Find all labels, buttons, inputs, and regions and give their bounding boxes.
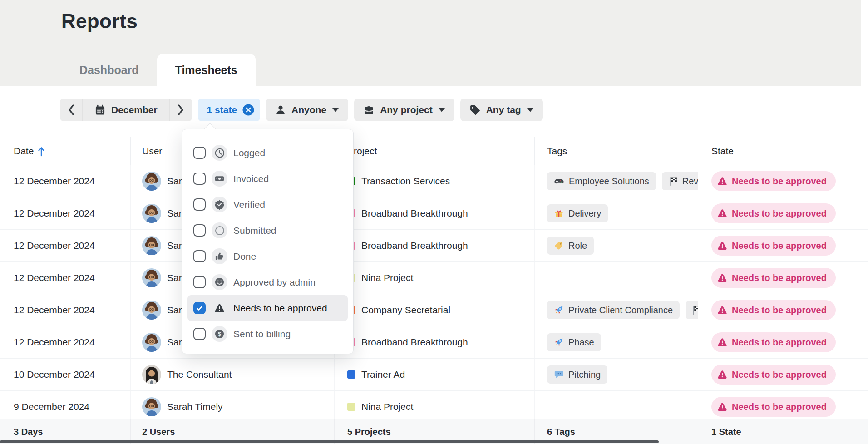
filter-bar: December 1 state Anyone Any project Any … [60,99,543,121]
table-row[interactable]: 12 December 2024 Sarah Timely Company Se… [0,294,868,326]
state-badge: Needs to be approved [711,332,836,352]
sort-ascending-icon [38,146,45,157]
user-filter[interactable]: Anyone [266,99,348,121]
state-option-label: Submitted [233,225,276,236]
clear-state-filter-icon[interactable] [242,104,254,116]
state-option-label: Invoiced [233,173,269,184]
tag-label: Private Client Compliance [568,305,673,316]
state-label: Needs to be approved [732,176,827,187]
table-row[interactable]: 12 December 2024 Sarah Timely Nina Proje… [0,262,868,294]
state-option-checkbox[interactable] [193,302,206,314]
tag-emoji-icon [554,241,564,251]
state-option[interactable]: Invoiced [187,166,348,192]
state-option-checkbox[interactable] [193,198,206,211]
state-option[interactable]: Verified [187,192,348,217]
column-header-date[interactable]: Date [0,137,131,165]
state-option-icon [212,145,227,161]
state-option[interactable]: $ Sent to billing [187,321,348,347]
date-navigator: December [60,99,192,121]
chevron-left-icon [68,104,74,116]
state-badge: Needs to be approved [711,268,836,288]
footer-states: 1 State [698,419,868,444]
tags-cell: Private Client Compliance Review [535,294,698,326]
month-label: December [111,104,158,115]
tag-label: Pitching [568,370,601,380]
tag-filter-label: Any tag [486,104,521,115]
warning-icon [717,273,727,283]
reports-screen: Reports Dashboard Timesheets December 1 … [0,0,868,444]
tag-emoji-icon [692,305,698,316]
project-swatch [347,370,355,379]
warning-icon [717,337,727,347]
state-filter-chip[interactable]: 1 state [198,99,261,121]
tag-label: Role [568,241,587,251]
state-option[interactable]: Approved by admin [187,269,348,295]
tags-cell [535,262,698,294]
chevron-down-icon [438,108,445,112]
project-filter[interactable]: Any project [354,99,454,121]
table-header: Date User Project Tags State [0,137,868,166]
page-title: Reports [61,10,138,33]
state-option[interactable]: Done [187,243,348,269]
state-option-checkbox[interactable] [193,224,206,237]
state-option-checkbox[interactable] [193,250,206,262]
tab-timesheets[interactable]: Timesheets [157,54,256,86]
cell-date: 12 December 2024 [0,262,131,294]
tag-label: Employee Solutions [569,176,649,187]
cell-date: 9 December 2024 [0,391,131,423]
table-row[interactable]: 10 December 2024 The Consultant Trainer … [0,359,868,391]
topbar: Reports Dashboard Timesheets [0,0,868,86]
state-option[interactable]: Logged [187,140,348,166]
project-name: Trainer Ad [361,369,405,380]
table-body: 12 December 2024 Sarah Timely Transactio… [0,165,868,423]
tags-cell: Employee Solutions Review [535,165,698,197]
state-option-list: Logged Invoiced Verified Submitted Done … [182,129,353,347]
state-option-checkbox[interactable] [193,147,206,159]
tabs: Dashboard Timesheets [61,54,256,86]
project-name: Nina Project [361,401,413,412]
avatar [142,172,161,191]
state-option-checkbox[interactable] [193,276,206,288]
state-option-icon [212,222,227,238]
state-label: Needs to be approved [732,370,827,380]
table-row[interactable]: 12 December 2024 Sarah Timely Broadband … [0,326,868,359]
state-label: Needs to be approved [732,337,827,348]
svg-text:$: $ [218,331,221,337]
state-option[interactable]: Needs to be approved [187,295,348,321]
table-row[interactable]: 12 December 2024 Sarah Timely Transactio… [0,165,868,197]
month-selector[interactable]: December [82,99,170,121]
tag-emoji-icon [554,305,564,315]
state-option-checkbox[interactable] [193,173,206,185]
state-option-label: Logged [233,148,265,158]
horizontal-scrollbar-thumb[interactable] [0,440,659,443]
prev-month-button[interactable] [60,99,82,121]
tag-filter[interactable]: Any tag [460,99,543,121]
state-option-icon [212,171,227,187]
tags-cell: Phase [535,326,698,358]
state-option[interactable]: Submitted [187,217,348,243]
chevron-down-icon [332,108,339,112]
warning-icon [717,305,727,315]
warning-icon [717,370,727,380]
table-row[interactable]: 12 December 2024 Sarah Timely Broadband … [0,230,868,262]
next-month-button[interactable] [170,99,192,121]
tab-dashboard[interactable]: Dashboard [61,54,157,86]
state-option-label: Verified [233,199,265,210]
state-option-label: Needs to be approved [233,303,327,314]
vertical-scrollbar-track[interactable] [861,0,868,86]
tag-pill: Employee Solutions [547,172,656,190]
cell-date: 12 December 2024 [0,197,131,229]
state-label: Needs to be approved [732,305,827,316]
avatar [142,397,161,416]
tag-pill: Review [686,301,698,319]
state-option-checkbox[interactable] [193,328,206,340]
project-swatch [347,403,355,411]
state-badge: Needs to be approved [711,365,836,385]
project-filter-label: Any project [380,104,433,115]
state-filter-dropdown: Logged Invoiced Verified Submitted Done … [182,129,354,354]
tag-label: Phase [568,337,594,348]
tags-cell: Role [535,230,698,261]
state-badge: Needs to be approved [711,300,836,320]
state-badge: Needs to be approved [711,171,836,191]
table-row[interactable]: 12 December 2024 Sarah Timely Broadband … [0,197,868,230]
